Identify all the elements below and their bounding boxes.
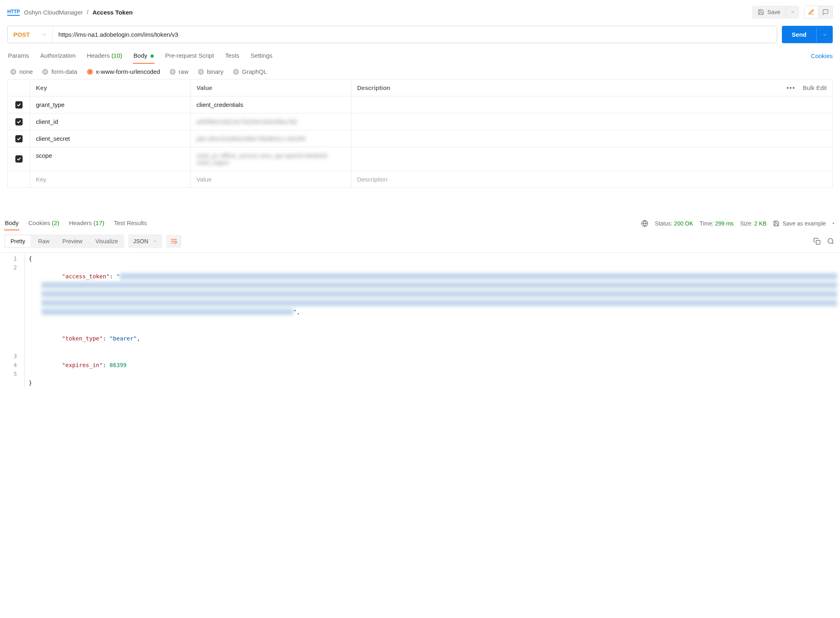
mode-raw[interactable]: Raw: [32, 234, 56, 248]
body-type-binary[interactable]: binary: [198, 68, 224, 75]
resp-tab-testresults[interactable]: Test Results: [113, 216, 148, 230]
more-options-icon[interactable]: •••: [787, 84, 796, 91]
edit-comment-group: [804, 6, 833, 19]
cell-description[interactable]: [351, 130, 832, 147]
time-meta: Time: 299 ms: [700, 220, 733, 227]
table-row-new: Key Value Description: [8, 171, 832, 188]
save-icon: [758, 9, 764, 15]
code-line: {: [29, 254, 840, 263]
globe-icon[interactable]: [641, 220, 648, 227]
search-icon[interactable]: [827, 238, 834, 245]
wrap-icon: [170, 238, 178, 245]
resp-tab-headers[interactable]: Headers (17): [68, 216, 105, 230]
cell-key[interactable]: client_secret: [30, 130, 191, 147]
chevron-down-icon: [822, 32, 827, 37]
more-dot-icon[interactable]: ●: [832, 221, 834, 225]
tab-settings[interactable]: Settings: [250, 48, 273, 64]
resp-tab-cookies[interactable]: Cookies (2): [27, 216, 60, 230]
save-button-group: Save: [752, 6, 799, 19]
cell-key[interactable]: scope: [30, 147, 191, 171]
tab-authorization[interactable]: Authorization: [40, 48, 77, 64]
tab-headers[interactable]: Headers (10): [86, 48, 123, 64]
cell-description[interactable]: [351, 113, 832, 130]
pencil-icon: [808, 9, 815, 15]
http-icon: HTTP: [7, 9, 20, 16]
row-checkbox[interactable]: [15, 135, 23, 142]
comment-icon: [822, 9, 829, 15]
size-meta: Size: 2 KB: [740, 220, 766, 227]
cell-key-placeholder[interactable]: Key: [30, 171, 191, 188]
method-label: POST: [13, 31, 30, 38]
body-type-urlencoded[interactable]: x-www-form-urlencoded: [87, 68, 160, 75]
cell-description[interactable]: [351, 96, 832, 113]
radio-label: GraphQL: [242, 68, 267, 75]
resp-tab-headers-label: Headers: [69, 219, 92, 226]
mode-pretty[interactable]: Pretty: [5, 236, 31, 247]
save-icon: [773, 220, 779, 227]
cell-value[interactable]: p8s-d0e1f2a3b4c5d6e7f8a9b0c1-d2e3f4: [191, 130, 351, 147]
col-key: Key: [30, 79, 191, 96]
row-checkbox[interactable]: [15, 155, 23, 163]
mode-preview[interactable]: Preview: [56, 234, 89, 248]
body-type-none[interactable]: none: [10, 68, 33, 75]
body-type-raw[interactable]: raw: [170, 68, 188, 75]
edit-button[interactable]: [804, 6, 818, 18]
save-example-label: Save as example: [783, 220, 826, 227]
cell-value[interactable]: client_credentials: [191, 96, 351, 113]
send-button[interactable]: Send: [782, 26, 816, 43]
radio-label: raw: [179, 68, 188, 75]
save-as-example-button[interactable]: Save as example: [773, 220, 826, 227]
body-type-graphql[interactable]: GraphQL: [233, 68, 267, 75]
radio-icon: [170, 69, 176, 75]
params-table: Key Value Description ••• Bulk Edit gran…: [7, 79, 833, 188]
row-checkbox[interactable]: [15, 101, 23, 109]
svg-line-6: [832, 242, 833, 244]
svg-rect-4: [816, 240, 820, 244]
bulk-edit-link[interactable]: Bulk Edit: [803, 84, 827, 91]
cell-key[interactable]: grant_type: [30, 96, 191, 113]
copy-icon[interactable]: [813, 238, 821, 245]
body-type-formdata[interactable]: form-data: [42, 68, 77, 75]
breadcrumb: HTTP Oshyn CloudManager / Access Token: [7, 9, 133, 16]
table-row: scope read_pc offline_access ams_api ope…: [8, 147, 832, 171]
response-body-viewer[interactable]: 12 345 { "access_token": "eyJhbGciOiJSUz…: [0, 253, 840, 387]
resp-tab-cookies-count: (2): [52, 219, 59, 226]
radio-icon: [10, 69, 16, 75]
cell-value[interactable]: a0f3f9b2c8d14e7fa2b9c3d4e5f6a7b8: [191, 113, 351, 130]
row-checkbox[interactable]: [15, 118, 23, 125]
tab-body[interactable]: Body: [133, 48, 155, 64]
mode-visualize[interactable]: Visualize: [89, 234, 124, 248]
format-select[interactable]: JSON: [128, 234, 162, 248]
url-input[interactable]: [53, 26, 777, 43]
cell-value-placeholder[interactable]: Value: [191, 171, 351, 188]
comment-button[interactable]: [818, 6, 832, 18]
cell-description-placeholder[interactable]: Description: [351, 171, 832, 188]
send-button-group: Send: [782, 26, 833, 43]
wrap-lines-button[interactable]: [166, 235, 182, 248]
view-mode-group: Pretty Raw Preview Visualize: [4, 234, 124, 248]
line-numbers: 12 345: [0, 254, 24, 387]
cell-description[interactable]: [351, 147, 832, 171]
code-line: }: [29, 378, 840, 387]
status-meta: Status: 200 OK: [655, 220, 693, 227]
radio-icon: [198, 69, 204, 75]
tab-prerequest[interactable]: Pre-request Script: [164, 48, 215, 64]
cell-key[interactable]: client_id: [30, 113, 191, 130]
resp-tab-headers-count: (17): [94, 219, 104, 226]
breadcrumb-separator: /: [87, 9, 88, 15]
tab-headers-count: (10): [111, 52, 122, 59]
send-dropdown[interactable]: [816, 27, 833, 42]
cell-value[interactable]: read_pc offline_access ams_api openid Ad…: [191, 147, 351, 171]
tab-tests[interactable]: Tests: [224, 48, 240, 64]
tab-params[interactable]: Params: [7, 48, 30, 64]
chevron-down-icon: [153, 239, 157, 244]
col-description: Description ••• Bulk Edit: [351, 79, 832, 96]
breadcrumb-parent[interactable]: Oshyn CloudManager: [24, 9, 83, 16]
radio-icon: [87, 69, 93, 75]
save-dropdown[interactable]: [786, 6, 799, 18]
cookies-link[interactable]: Cookies: [811, 52, 833, 59]
save-button[interactable]: Save: [752, 6, 786, 19]
resp-tab-body[interactable]: Body: [4, 216, 19, 230]
method-select[interactable]: POST: [8, 26, 53, 43]
tab-headers-label: Headers: [87, 52, 110, 59]
